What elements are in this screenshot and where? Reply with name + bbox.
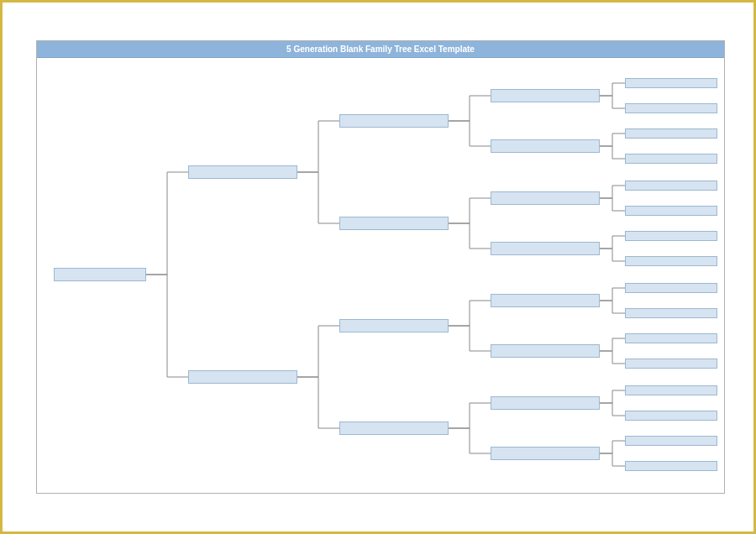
gen4-box-1[interactable] bbox=[491, 89, 600, 102]
gen5-box-11[interactable] bbox=[625, 333, 717, 343]
gen5-box-1[interactable] bbox=[625, 78, 717, 88]
gen5-box-13[interactable] bbox=[625, 385, 717, 395]
gen5-box-3[interactable] bbox=[625, 128, 717, 139]
gen1-box[interactable] bbox=[54, 268, 146, 281]
gen4-box-6[interactable] bbox=[491, 344, 600, 358]
gen5-box-16[interactable] bbox=[625, 461, 717, 471]
gen4-box-3[interactable] bbox=[491, 191, 600, 205]
gen5-box-4[interactable] bbox=[625, 154, 717, 164]
gen5-box-9[interactable] bbox=[625, 283, 717, 293]
gen2-box-2[interactable] bbox=[188, 370, 297, 384]
gen5-box-8[interactable] bbox=[625, 256, 717, 266]
gen5-box-10[interactable] bbox=[625, 308, 717, 318]
gen3-box-1[interactable] bbox=[339, 114, 449, 128]
gen5-box-14[interactable] bbox=[625, 411, 717, 421]
gen4-box-4[interactable] bbox=[491, 242, 600, 255]
gen4-box-7[interactable] bbox=[491, 396, 600, 410]
gen5-box-5[interactable] bbox=[625, 181, 717, 191]
outer-frame: 5 Generation Blank Family Tree Excel Tem… bbox=[0, 0, 756, 534]
tree-area bbox=[37, 58, 724, 493]
gen4-box-8[interactable] bbox=[491, 447, 600, 460]
gen4-box-2[interactable] bbox=[491, 139, 600, 153]
gen5-box-15[interactable] bbox=[625, 436, 717, 446]
gen3-box-4[interactable] bbox=[339, 421, 449, 435]
gen4-box-5[interactable] bbox=[491, 294, 600, 307]
gen5-box-7[interactable] bbox=[625, 231, 717, 241]
gen5-box-6[interactable] bbox=[625, 206, 717, 216]
gen3-box-3[interactable] bbox=[339, 319, 449, 332]
gen3-box-2[interactable] bbox=[339, 217, 449, 230]
gen5-box-2[interactable] bbox=[625, 103, 717, 113]
title-bar: 5 Generation Blank Family Tree Excel Tem… bbox=[37, 41, 724, 58]
gen2-box-1[interactable] bbox=[188, 165, 297, 179]
gen5-box-12[interactable] bbox=[625, 359, 717, 369]
chart-container: 5 Generation Blank Family Tree Excel Tem… bbox=[36, 40, 725, 494]
